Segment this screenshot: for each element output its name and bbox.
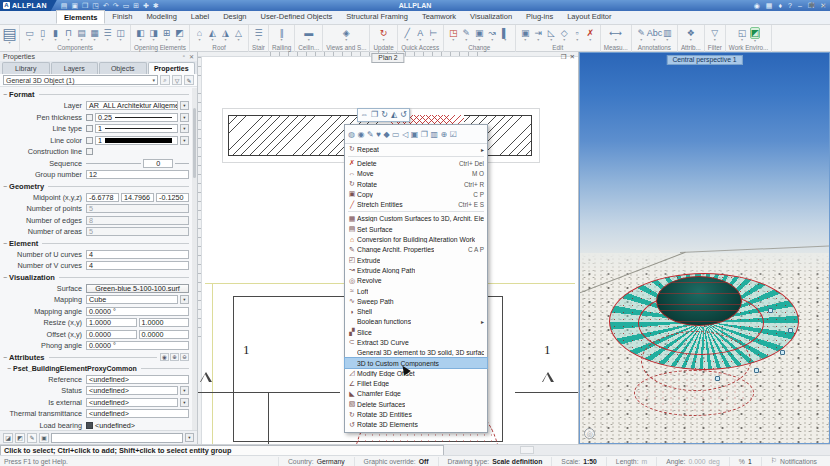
ribbon-tool-icon[interactable]: ◩▾ [173, 28, 186, 42]
ribbon-tool-icon[interactable]: ◨▾ [147, 28, 160, 42]
grip-handle[interactable] [715, 376, 720, 381]
value-field[interactable]: 4 [86, 250, 189, 259]
menu-item-stretch-entities[interactable]: ╱Stretch EntitiesCtrl+ E S [345, 199, 487, 209]
ribbon-tool-icon[interactable]: ╱▾ [401, 28, 414, 42]
context-tool-icon[interactable]: ◁ [402, 130, 408, 139]
context-tool-icon[interactable]: ✎ [367, 130, 374, 139]
user-account-icon[interactable]: ◉ [754, 2, 760, 10]
value-field[interactable]: <undefined> [86, 409, 189, 418]
value-field[interactable]: 12 [86, 170, 189, 179]
plan-close-icon[interactable]: ✕ [570, 53, 575, 61]
shop-icon[interactable]: ♦ [778, 2, 782, 9]
pin-icon[interactable]: ▫ [183, 53, 185, 60]
tab-layout-editor[interactable]: Layout Editor [560, 10, 618, 24]
ribbon-tool-icon[interactable]: △▾ [232, 28, 245, 42]
ribbon-tool-icon[interactable]: ✎▾ [460, 28, 473, 42]
ribbon-tool-icon[interactable]: ▤▾ [75, 28, 88, 42]
context-tool-icon[interactable]: ❐ [421, 130, 428, 139]
ribbon-tool-icon[interactable]: ⌂▾ [193, 28, 206, 42]
section-element[interactable]: −Element [0, 238, 192, 249]
panel-action-icon[interactable]: ✎ [27, 433, 37, 443]
grip-handle[interactable] [788, 328, 793, 333]
tab-design[interactable]: Design [216, 10, 253, 24]
checkbox[interactable] [86, 148, 93, 155]
menu-item-repeat[interactable]: ↻Repeat▸ [345, 144, 487, 154]
ribbon-tool-icon[interactable]: ▬▾ [302, 28, 315, 42]
ribbon-tool-icon[interactable]: ◈▾ [340, 28, 353, 42]
menu-item-extract-3d-curve[interactable]: ⊂Extract 3D Curve [345, 337, 487, 347]
checkbox[interactable] [86, 422, 93, 429]
tab-elements[interactable]: Elements [56, 10, 105, 24]
dropdown-button[interactable]: ▾ [180, 113, 189, 122]
value-field[interactable]: 4 [86, 261, 189, 270]
ribbon-tool-icon[interactable]: ◧▾ [134, 28, 147, 42]
ribbon-tool-icon[interactable]: A▾ [414, 28, 427, 42]
search-icon[interactable]: ⌕ [822, 1, 826, 11]
menu-item-rotate-3d-elements[interactable]: ↺Rotate 3D Elements [345, 420, 487, 430]
value-field[interactable]: 1.0000 [139, 318, 190, 327]
attribute-tool-icon[interactable]: ⊕ [170, 353, 179, 361]
ribbon-tool-icon[interactable]: ⇥▾ [532, 28, 545, 42]
menu-item-boolean-functions[interactable]: Boolean functions▸ [345, 317, 487, 327]
ribbon-tool-icon[interactable]: ⊓▾ [62, 28, 75, 42]
ribbon-tool-icon[interactable]: ▣▾ [473, 28, 486, 42]
ribbon-tool-icon[interactable]: ◺▾ [545, 28, 558, 42]
context-tool-icon[interactable]: ▥ [431, 130, 439, 139]
tab-label[interactable]: Label [184, 10, 216, 24]
ribbon-tool-icon[interactable]: ☰▾ [101, 28, 114, 42]
menu-item-general-3d-element-to-3d-solid-3d-surfac[interactable]: General 3D element to 3D solid, 3D surfa… [345, 348, 487, 358]
value-dropdown[interactable]: AR_ALL Architektur Allgemein [86, 101, 178, 110]
app-logo[interactable]: AALLPLAN [0, 0, 57, 11]
properties-tab-library[interactable]: Library [2, 62, 50, 74]
menu-item-revolve[interactable]: ◎Revolve [345, 276, 487, 286]
menu-item-copy[interactable]: ▣CopyC P [345, 189, 487, 199]
value-field[interactable]: 1.0000 [86, 318, 137, 327]
minimize-icon[interactable]: – [798, 2, 802, 9]
section-visualization[interactable]: −Visualization [0, 272, 192, 283]
ribbon-tool-icon[interactable]: ↻▾ [377, 28, 390, 42]
ribbon-tool-icon[interactable]: ∥▾ [275, 28, 288, 42]
plan-restore-icon[interactable]: ❐ [561, 53, 567, 61]
checkbox[interactable] [86, 125, 93, 132]
context-tool-icon[interactable]: ▭ [392, 130, 400, 139]
value-field[interactable]: <undefined> [86, 375, 189, 384]
value-dropdown[interactable]: 1 [95, 136, 178, 145]
ribbon-tool-icon[interactable]: ◳▾ [447, 28, 460, 42]
ribbon-tool-icon[interactable]: ☰▾ [252, 28, 265, 42]
context-tool-icon[interactable]: ♥ [376, 130, 381, 139]
edit-properties-icon[interactable]: ✎ [184, 75, 194, 85]
panel-action-icon[interactable]: ◪ [3, 433, 13, 443]
help-icon[interactable]: ? [788, 2, 792, 9]
context-tool-icon[interactable]: ▣ [411, 130, 419, 139]
ribbon-tool-icon[interactable]: ◭▾ [206, 28, 219, 42]
ribbon-tool-icon[interactable]: ✗▾ [584, 28, 597, 42]
dropdown-button[interactable]: ▾ [180, 398, 189, 407]
menu-item-loft[interactable]: ≈Loft [345, 286, 487, 296]
perspective-viewport[interactable]: Central perspective 1 ◎ [579, 52, 830, 444]
mini-tool-icon[interactable]: ↺ [400, 109, 407, 121]
menu-item-fillet-edge[interactable]: ∠Fillet Edge [345, 379, 487, 389]
ribbon-tool-icon[interactable]: ▮▾ [49, 28, 62, 42]
sequence-slider[interactable] [86, 163, 141, 164]
menu-item-modify-edge-offset[interactable]: ◿Modify Edge Offset [345, 368, 487, 378]
properties-tab-objects[interactable]: Objects [99, 62, 147, 74]
mini-tool-icon[interactable]: ❐ [371, 109, 378, 121]
ribbon-tool-icon[interactable]: ◩▾ [749, 27, 762, 43]
ribbon-tool-icon[interactable]: ▫▾ [571, 28, 584, 42]
dropdown-button[interactable]: ▾ [180, 386, 189, 395]
dropdown-button[interactable]: ▾ [180, 124, 189, 133]
mini-tool-icon[interactable]: ↻ [381, 109, 388, 121]
ribbon-tool-icon[interactable]: ◇▾ [558, 28, 571, 42]
navigation-compass-icon[interactable]: ◎ [584, 428, 595, 439]
menu-item-delete-surfaces[interactable]: ▧Delete Surfaces [345, 399, 487, 409]
tab-finish[interactable]: Finish [105, 10, 139, 24]
panel-action-icon[interactable]: ◩ [15, 433, 25, 443]
checkbox[interactable] [86, 137, 93, 144]
checkbox[interactable] [86, 114, 93, 121]
menu-item-conversion-for-building-alteration-work[interactable]: ⌂Conversion for Building Alteration Work [345, 234, 487, 244]
value-field[interactable]: -0.1250 [156, 193, 189, 202]
ribbon-tool-icon[interactable]: ▦▾ [88, 28, 101, 42]
value-field[interactable]: -6.6778 [86, 193, 119, 202]
tab-teamwork[interactable]: Teamwork [415, 10, 463, 24]
value-field[interactable]: 0.0000 [139, 330, 190, 339]
